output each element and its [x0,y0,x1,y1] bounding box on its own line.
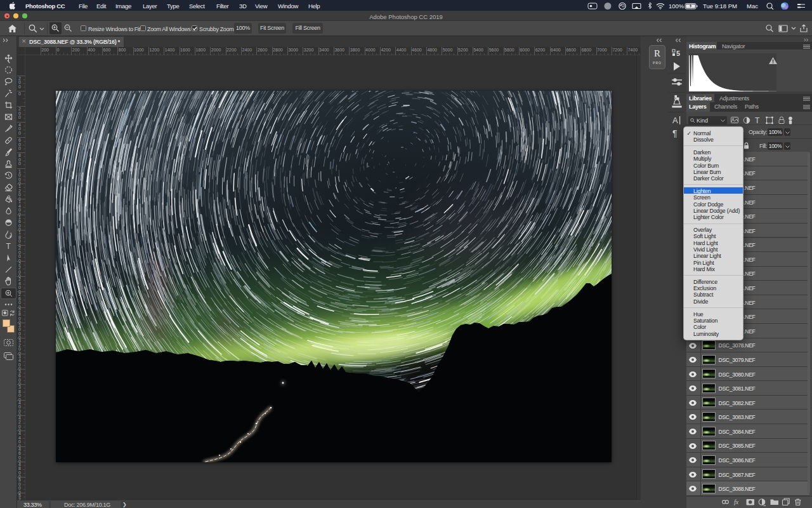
svg-text:fx: fx [734,498,739,505]
svg-text:100%: 100% [669,3,684,10]
svg-text:T: T [6,242,11,251]
svg-text:Mac: Mac [747,3,758,10]
svg-text:¶: ¶ [672,128,678,138]
svg-text:5: 5 [676,50,680,57]
svg-text:Tue 9:18 PM: Tue 9:18 PM [703,3,737,10]
svg-text:A: A [672,116,678,125]
svg-text:T: T [755,116,760,124]
